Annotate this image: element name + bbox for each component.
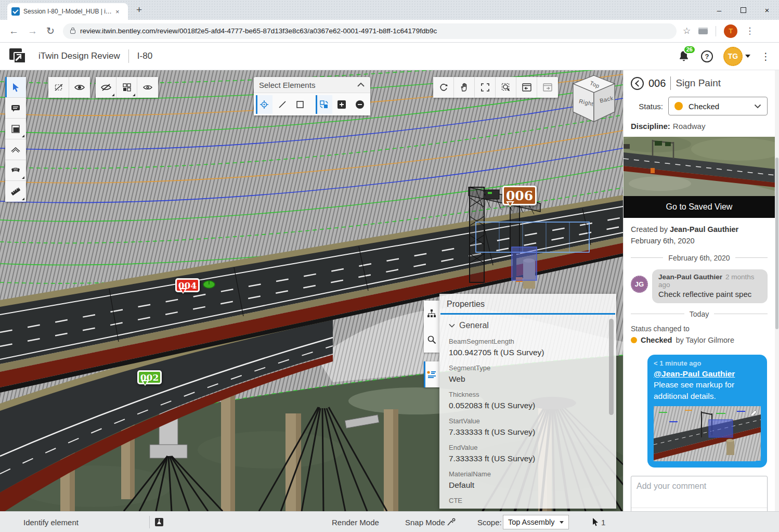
rotate-view-button[interactable] xyxy=(433,77,454,98)
properties-section-general[interactable]: General xyxy=(449,321,607,330)
avatar-caret-icon[interactable] xyxy=(745,55,750,60)
window-zoom-button[interactable] xyxy=(496,77,516,98)
lock-icon xyxy=(70,30,75,34)
mention-comment-time: < 1 minute ago xyxy=(654,359,761,367)
properties-scrollbar[interactable] xyxy=(609,319,614,415)
sidebar-scrollbar[interactable] xyxy=(775,70,779,511)
collapse-chevron-icon[interactable] xyxy=(357,82,365,87)
replace-mode-button[interactable] xyxy=(316,95,332,114)
box-select-button[interactable] xyxy=(292,95,308,114)
show-all-button[interactable] xyxy=(137,77,158,98)
render-mode-control[interactable]: Render Mode xyxy=(332,512,379,532)
scrollbar-thumb[interactable] xyxy=(775,158,778,329)
back-button[interactable] xyxy=(631,77,644,90)
snapshot-icon[interactable] xyxy=(154,517,164,527)
browser-menu-icon[interactable]: ⋮ xyxy=(745,25,754,36)
back-button[interactable]: ← xyxy=(9,25,19,37)
model-viewport[interactable]: Select Elements xyxy=(0,70,623,511)
comment-input[interactable] xyxy=(631,476,767,505)
bookmark-star-icon[interactable]: ☆ xyxy=(683,25,691,36)
pick-select-button[interactable] xyxy=(256,95,272,114)
box-select-icon xyxy=(295,100,305,109)
help-button[interactable]: ? xyxy=(701,50,713,62)
comment-bubble: Jean-Paul Gauthier2 months ago Check ref… xyxy=(652,269,768,303)
selection-cursor-icon xyxy=(592,517,599,527)
show-visibility-button[interactable] xyxy=(69,77,90,98)
measure-tool-button[interactable] xyxy=(5,181,26,202)
notifications-button[interactable]: 26 xyxy=(677,49,691,63)
fit-view-icon xyxy=(480,82,490,93)
browser-titlebar: Session I-80_I-Model_HUB | iTwin × + – × xyxy=(0,0,779,20)
close-button[interactable]: × xyxy=(755,0,779,20)
comment-input-box[interactable]: @ xyxy=(631,476,768,511)
add-mode-button[interactable] xyxy=(333,95,350,114)
created-by-name: Jean-Paul Gauthier xyxy=(670,225,738,233)
fit-view-button[interactable] xyxy=(475,77,496,98)
hide-elements-button[interactable] xyxy=(96,77,116,98)
divider xyxy=(670,76,671,90)
app-header: iTwin Design Review I-80 26 ? TG ⋮ xyxy=(0,43,779,70)
issue-marker-002[interactable]: 002 xyxy=(137,370,162,384)
user-avatar[interactable]: TG xyxy=(723,47,743,66)
properties-active-tab[interactable] xyxy=(424,361,439,387)
status-label: Status: xyxy=(631,102,663,111)
snap-mode-icon[interactable] xyxy=(446,517,457,527)
markup-view-tool-button[interactable] xyxy=(5,160,26,181)
chevron-down-icon xyxy=(449,323,455,328)
valance-icon xyxy=(10,165,21,176)
measure-icon xyxy=(10,186,21,197)
selection-count: 1 xyxy=(601,512,605,532)
issue-title: Sign Paint xyxy=(676,77,721,89)
extension-icon[interactable] xyxy=(698,28,708,34)
browser-tab[interactable]: Session I-80_I-Model_HUB | iTwin × xyxy=(7,3,128,20)
comment-avatar: JG xyxy=(631,276,648,293)
grid-squares-icon xyxy=(122,82,132,93)
status-select[interactable]: Checked xyxy=(668,97,768,115)
previous-view-button[interactable] xyxy=(516,77,537,98)
next-view-button[interactable] xyxy=(537,77,558,98)
clear-selection-button[interactable] xyxy=(48,77,69,98)
issue-marker-004[interactable]: 004 xyxy=(175,278,200,292)
pan-view-button[interactable] xyxy=(454,77,475,98)
properties-panel[interactable]: Properties General BeamSegmentLength100.… xyxy=(439,294,616,509)
address-bar[interactable]: review.itwin.bentley.com/review/0018f2e5… xyxy=(63,23,677,39)
comment-tool-button[interactable] xyxy=(5,98,26,119)
maximize-button[interactable] xyxy=(731,0,755,20)
line-select-button[interactable] xyxy=(274,95,290,114)
comment-text: Check reflective paint spec xyxy=(658,290,761,299)
model-tree-icon[interactable] xyxy=(426,308,437,319)
add-selection-icon xyxy=(337,100,346,109)
clip-plane-tool-button[interactable] xyxy=(5,139,26,160)
status-dot xyxy=(631,337,637,343)
replace-selection-icon xyxy=(319,99,329,110)
rotate-icon xyxy=(438,82,449,93)
view-cube[interactable]: Right Back Top xyxy=(570,73,618,127)
issue-marker-006[interactable]: 006 xyxy=(502,186,537,205)
divider xyxy=(128,49,129,63)
property-field: StartValue7.333333 ft (US Survey) xyxy=(449,417,607,437)
saved-view-image[interactable] xyxy=(624,137,775,196)
select-tool-button[interactable] xyxy=(5,77,26,98)
app-menu-icon[interactable]: ⋮ xyxy=(761,50,771,62)
tab-close-icon[interactable]: × xyxy=(115,8,120,16)
reload-button[interactable]: ↻ xyxy=(46,25,55,37)
forward-button[interactable]: → xyxy=(28,25,37,37)
go-to-saved-view-button[interactable]: Go to Saved View xyxy=(624,196,775,218)
markup-image[interactable] xyxy=(654,406,761,461)
browser-profile-avatar[interactable]: T xyxy=(724,24,737,38)
maximize-icon xyxy=(741,7,746,13)
subtract-mode-button[interactable] xyxy=(352,95,368,114)
isolate-models-button[interactable] xyxy=(116,77,137,98)
search-icon[interactable] xyxy=(426,334,437,345)
scope-select[interactable]: Top Assembly xyxy=(503,515,569,529)
mention-comment-bubble: < 1 minute ago @Jean-Paul Gauthier Pleas… xyxy=(647,355,767,468)
tab-title: Session I-80_I-Model_HUB | iTwin xyxy=(23,8,112,15)
snap-mode-control[interactable]: Snap Mode xyxy=(405,512,445,532)
section-tool-button[interactable] xyxy=(5,119,26,139)
mention-link[interactable]: @Jean-Paul Gauthier xyxy=(654,369,735,378)
app-name: iTwin Design Review xyxy=(38,51,120,61)
eye-slash-icon xyxy=(100,82,112,93)
edit-markup-icon[interactable] xyxy=(748,408,759,419)
minimize-button[interactable]: – xyxy=(707,0,731,20)
new-tab-button[interactable]: + xyxy=(136,4,142,16)
